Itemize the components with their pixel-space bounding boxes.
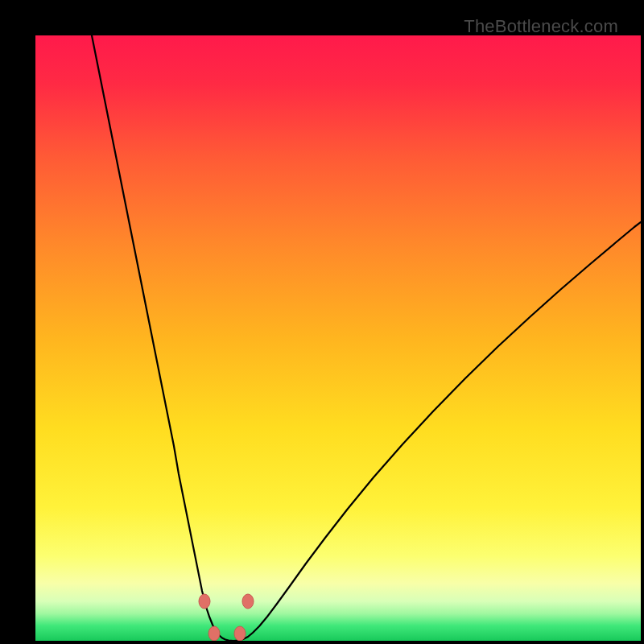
highlight-dot — [199, 594, 210, 609]
chart-frame: TheBottleneck.com — [16, 16, 628, 628]
highlight-dots — [199, 594, 254, 641]
curve-left-branch — [92, 35, 233, 641]
highlight-dot — [242, 594, 254, 609]
highlight-dot — [234, 626, 246, 641]
watermark-text: TheBottleneck.com — [464, 16, 618, 37]
highlight-dot — [208, 626, 220, 641]
bottleneck-curve — [35, 35, 641, 641]
curve-right-branch — [233, 222, 641, 641]
plot-area — [35, 35, 641, 641]
